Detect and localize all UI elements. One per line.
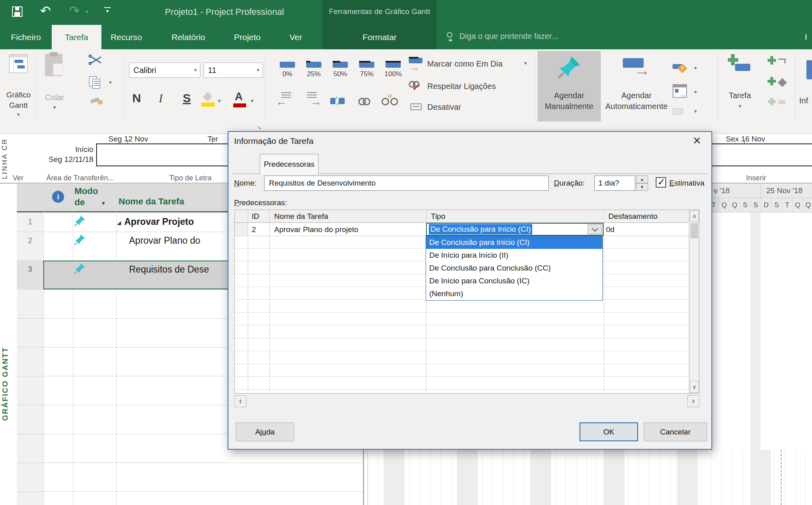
duration-spinner[interactable]: ▲ ▼ — [636, 176, 648, 191]
font-family-combo[interactable]: Calibri ▾ — [129, 63, 200, 78]
tab-tarefa[interactable]: Tarefa — [52, 25, 101, 49]
grid-vscrollbar[interactable]: ∧ ∨ — [689, 210, 699, 393]
tellme-search[interactable]: Diga o que pretende fazer... — [441, 25, 601, 49]
gantt-chart-view-button[interactable]: Gráfico Gantt ▾ — [2, 51, 34, 123]
copy-icon[interactable] — [89, 76, 103, 90]
group-separator — [124, 53, 125, 120]
cancel-button[interactable]: Cancelar — [644, 422, 707, 441]
insert-task-button[interactable]: Tarefa ▾ — [721, 51, 758, 121]
task-row-2-name[interactable]: Aprovar Plano do — [129, 235, 227, 246]
gantt-chart-bottom — [368, 450, 812, 505]
scroll-right-icon[interactable]: › — [687, 395, 699, 407]
grid-header-id[interactable]: ID — [252, 212, 259, 221]
spinner-down-icon[interactable]: ▼ — [636, 183, 648, 191]
tab-recurso[interactable]: Recurso — [101, 25, 151, 49]
signin-partial-text[interactable]: I — [805, 32, 807, 42]
undo-icon[interactable]: ↶ — [40, 3, 51, 18]
highlight-color-button[interactable] — [201, 92, 216, 108]
tab-ficheiro[interactable]: Ficheiro — [0, 25, 52, 49]
row-1-number[interactable]: 1 — [17, 217, 43, 226]
row-3-number[interactable]: 3 — [17, 265, 43, 274]
insert-milestone-button[interactable] — [768, 77, 792, 93]
dropdown-item-ic[interactable]: De Início para Conclusão (IC) — [426, 275, 602, 287]
nonworking-day-shading — [384, 450, 404, 505]
insert-summary-button[interactable] — [768, 56, 792, 72]
grid-row-name[interactable]: Aprovar Plano do projeto — [274, 225, 358, 234]
font-color-button[interactable]: A — [233, 91, 248, 108]
save-icon[interactable] — [12, 6, 22, 17]
task-row-3-name[interactable]: Requisitos de Dese — [129, 264, 227, 275]
close-icon[interactable]: ✕ — [693, 135, 701, 147]
dropdown-item-nenhum[interactable]: (Nenhum) — [426, 287, 602, 300]
highlight-dropdown-icon[interactable]: ▾ — [218, 98, 221, 104]
duration-field[interactable]: 1 dia? — [594, 176, 635, 191]
font-color-dropdown-icon[interactable]: ▾ — [251, 98, 254, 104]
tab-ver[interactable]: Ver — [279, 25, 313, 49]
respect-links-button[interactable]: ✓ Respeitar Ligações — [407, 79, 532, 95]
percent-100-button[interactable]: 100% — [380, 62, 406, 78]
grid-header-lag[interactable]: Desfasamento — [608, 212, 658, 221]
spinner-up-icon[interactable]: ▲ — [636, 176, 648, 183]
link-tasks-button[interactable] — [358, 96, 373, 107]
help-button[interactable]: Ajuda — [236, 422, 294, 441]
type-combo-button[interactable] — [588, 224, 602, 234]
estimated-checkbox[interactable]: ✓ — [656, 177, 666, 188]
percent-25-button[interactable]: 25% — [301, 62, 327, 78]
table-gridline — [43, 184, 44, 505]
move-task-button[interactable]: → ▾ — [673, 84, 713, 102]
tab-formatar[interactable]: Formatar — [322, 25, 437, 49]
tab-relatorio[interactable]: Relatório — [158, 25, 218, 49]
column-header-mode-2[interactable]: de — [75, 197, 85, 208]
tab-projeto[interactable]: Projeto — [222, 25, 272, 49]
grid-header-type[interactable]: Tipo — [431, 212, 445, 221]
current-date-line — [781, 450, 782, 505]
dropdown-item-cc[interactable]: De Conclusão para Conclusão (CC) — [426, 262, 602, 275]
format-painter-icon[interactable] — [90, 97, 103, 107]
grid-type-cell[interactable]: De Conclusão para Início (CI) — [426, 223, 604, 236]
schedule-automatically-button[interactable]: → Agendar Automaticamente — [602, 51, 671, 121]
qat-customize-icon[interactable]: ▾ — [104, 7, 111, 14]
outdent-task-button[interactable]: ← — [276, 92, 295, 110]
italic-button[interactable]: I — [159, 91, 163, 105]
percent-0-button[interactable]: 0% — [274, 62, 301, 78]
scroll-up-icon[interactable]: ∧ — [690, 210, 699, 222]
scroll-left-icon[interactable]: ‹ — [234, 395, 246, 407]
task-row-1-name[interactable]: Aprovar Projeto — [124, 216, 227, 227]
font-dialog-launcher-icon[interactable]: ↘ — [257, 124, 261, 130]
indent-task-button[interactable]: → — [303, 92, 322, 110]
dialog-title: Informação de Tarefa — [234, 136, 313, 146]
row-2-number[interactable]: 2 — [17, 236, 43, 245]
percent-75-button[interactable]: 75% — [353, 62, 380, 78]
pane-splitter[interactable] — [363, 450, 364, 505]
scroll-down-icon[interactable]: ∨ — [690, 381, 699, 393]
collapse-icon[interactable]: ◢ — [117, 220, 121, 226]
grid-hscrollbar[interactable]: ‹ › — [234, 395, 699, 407]
mark-on-track-button[interactable]: → Marcar como Em Dia ▾ — [407, 57, 532, 73]
respect-links-icon: ✓ — [409, 81, 425, 93]
column-header-mode[interactable]: Modo — [75, 186, 98, 196]
underline-button[interactable]: S — [183, 91, 191, 105]
ok-button[interactable]: OK — [580, 422, 638, 441]
dropdown-item-ii[interactable]: De Início para Início (II) — [426, 249, 602, 262]
info-icon[interactable]: i — [52, 191, 64, 203]
grid-row-lag[interactable]: 0d — [606, 225, 614, 234]
dialog-tab-predecessoras[interactable]: Predecessoras — [260, 154, 319, 174]
inactivate-button[interactable]: Desativar — [407, 100, 532, 116]
copy-dropdown-icon[interactable]: ▾ — [109, 79, 112, 85]
font-size-combo[interactable]: 11 ▾ — [204, 63, 263, 78]
name-field[interactable]: Requisitos de Desenvolvimento — [264, 176, 549, 191]
scroll-thumb[interactable] — [691, 223, 698, 238]
timeline-date-2: Ter — [204, 135, 222, 143]
filter-arrow-icon[interactable]: ▾ — [102, 200, 105, 207]
grid-row-id[interactable]: 2 — [252, 225, 256, 234]
bold-button[interactable]: N — [132, 91, 141, 105]
column-header-name[interactable]: Nome da Tarefa — [119, 196, 184, 207]
grid-row-selector[interactable] — [235, 223, 248, 236]
split-task-button[interactable] — [330, 95, 348, 107]
dropdown-item-ci[interactable]: De Conclusão para Início (CI) — [426, 236, 602, 249]
percent-50-button[interactable]: 50% — [327, 62, 353, 78]
schedule-manually-button[interactable]: Agendar Manualmente — [537, 51, 601, 121]
task-inspector-button[interactable]: ? ▾ — [673, 63, 713, 77]
unlink-tasks-button[interactable] — [382, 96, 399, 107]
grid-header-name[interactable]: Nome da Tarefa — [274, 212, 328, 221]
